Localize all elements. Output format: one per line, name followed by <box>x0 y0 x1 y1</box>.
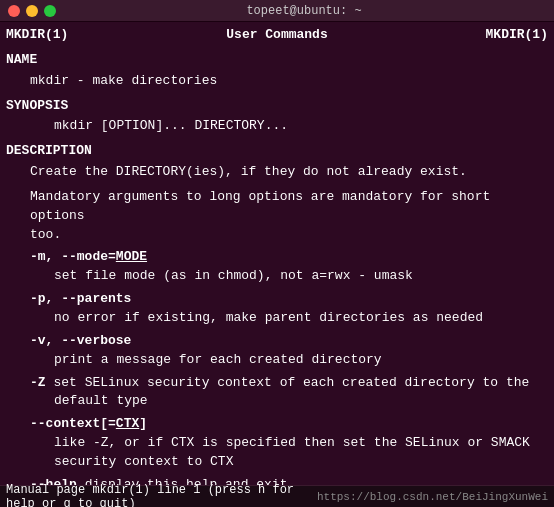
opt-z-desc2: default type <box>6 392 548 411</box>
opt-ctx-close: ] <box>139 416 147 431</box>
opt-p-line: -p, --parents <box>6 290 548 309</box>
opt-m-label: -m, --mode= <box>30 249 116 264</box>
title-bar: topeet@ubuntu: ~ <box>0 0 554 22</box>
synopsis-body: mkdir [OPTION]... DIRECTORY... <box>6 117 548 136</box>
close-dot[interactable] <box>8 5 20 17</box>
man-header: MKDIR(1) User Commands MKDIR(1) <box>6 26 548 45</box>
opt-ctx-desc2: security context to CTX <box>6 453 548 472</box>
name-body: mkdir - make directories <box>6 72 548 91</box>
synopsis-cmd: mkdir [OPTION]... DIRECTORY... <box>54 118 288 133</box>
opt-m-mode: MODE <box>116 249 147 264</box>
header-left: MKDIR(1) <box>6 26 68 45</box>
maximize-dot[interactable] <box>44 5 56 17</box>
opt-p-desc: no error if existing, make parent direct… <box>6 309 548 328</box>
opt-ctx-line: --context[=CTX] <box>6 415 548 434</box>
synopsis-section: SYNOPSIS mkdir [OPTION]... DIRECTORY... <box>6 97 548 137</box>
opt-ctx-desc1: like -Z, or if CTX is specified then set… <box>6 434 548 453</box>
header-right: MKDIR(1) <box>486 26 548 45</box>
terminal-body: MKDIR(1) User Commands MKDIR(1) NAME mkd… <box>0 22 554 485</box>
name-section: NAME mkdir - make directories <box>6 51 548 91</box>
opt-v-label: -v, --verbose <box>30 333 131 348</box>
opt-m-desc: set file mode (as in chmod), not a=rwx -… <box>6 267 548 286</box>
opt-ctx-bracket: [= <box>100 416 116 431</box>
status-url: https://blog.csdn.net/BeiJingXunWei <box>317 491 548 503</box>
description-section: DESCRIPTION Create the DIRECTORY(ies), i… <box>6 142 548 485</box>
opt-ctx-label: --context <box>30 416 100 431</box>
opt-m-line: -m, --mode=MODE <box>6 248 548 267</box>
status-bar: Manual page mkdir(1) line 1 (press h for… <box>0 485 554 507</box>
desc2b: too. <box>6 226 548 245</box>
minimize-dot[interactable] <box>26 5 38 17</box>
name-title: NAME <box>6 51 548 70</box>
opt-z-label: -Z <box>30 375 46 390</box>
desc2: Mandatory arguments to long options are … <box>6 188 548 226</box>
opt-z-line: -Z set SELinux security context of each … <box>6 374 548 393</box>
header-center: User Commands <box>226 26 327 45</box>
opt-p-label: -p, --parents <box>30 291 131 306</box>
description-title: DESCRIPTION <box>6 142 548 161</box>
opt-v-line: -v, --verbose <box>6 332 548 351</box>
status-text: Manual page mkdir(1) line 1 (press h for… <box>6 483 317 508</box>
opt-ctx-ctxlabel: CTX <box>116 416 139 431</box>
window-title: topeet@ubuntu: ~ <box>62 4 546 18</box>
opt-z-desc: set SELinux security context of each cre… <box>53 375 529 390</box>
opt-v-desc: print a message for each created directo… <box>6 351 548 370</box>
desc1: Create the DIRECTORY(ies), if they do no… <box>6 163 548 182</box>
synopsis-title: SYNOPSIS <box>6 97 548 116</box>
